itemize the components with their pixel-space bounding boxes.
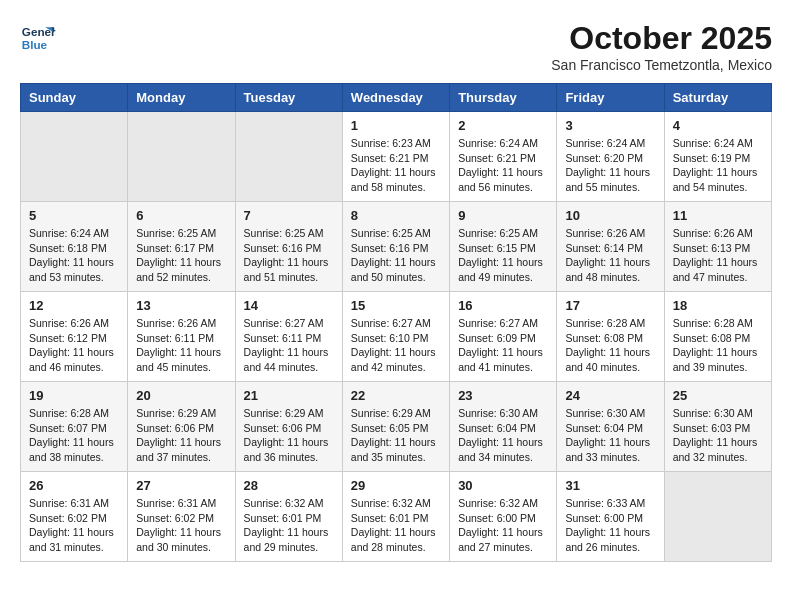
day-info: Sunrise: 6:25 AM Sunset: 6:15 PM Dayligh… bbox=[458, 226, 548, 285]
calendar-cell: 30Sunrise: 6:32 AM Sunset: 6:00 PM Dayli… bbox=[450, 472, 557, 562]
day-number: 2 bbox=[458, 118, 548, 133]
day-of-week-header: Saturday bbox=[664, 84, 771, 112]
calendar-cell: 10Sunrise: 6:26 AM Sunset: 6:14 PM Dayli… bbox=[557, 202, 664, 292]
day-info: Sunrise: 6:27 AM Sunset: 6:10 PM Dayligh… bbox=[351, 316, 441, 375]
calendar-week-row: 1Sunrise: 6:23 AM Sunset: 6:21 PM Daylig… bbox=[21, 112, 772, 202]
calendar-cell: 13Sunrise: 6:26 AM Sunset: 6:11 PM Dayli… bbox=[128, 292, 235, 382]
calendar-cell: 26Sunrise: 6:31 AM Sunset: 6:02 PM Dayli… bbox=[21, 472, 128, 562]
day-info: Sunrise: 6:29 AM Sunset: 6:05 PM Dayligh… bbox=[351, 406, 441, 465]
day-of-week-header: Thursday bbox=[450, 84, 557, 112]
calendar-cell: 6Sunrise: 6:25 AM Sunset: 6:17 PM Daylig… bbox=[128, 202, 235, 292]
calendar-cell: 19Sunrise: 6:28 AM Sunset: 6:07 PM Dayli… bbox=[21, 382, 128, 472]
day-of-week-header: Friday bbox=[557, 84, 664, 112]
svg-text:General: General bbox=[22, 25, 56, 38]
day-number: 24 bbox=[565, 388, 655, 403]
day-number: 8 bbox=[351, 208, 441, 223]
day-number: 5 bbox=[29, 208, 119, 223]
day-info: Sunrise: 6:26 AM Sunset: 6:12 PM Dayligh… bbox=[29, 316, 119, 375]
day-info: Sunrise: 6:23 AM Sunset: 6:21 PM Dayligh… bbox=[351, 136, 441, 195]
day-number: 29 bbox=[351, 478, 441, 493]
day-number: 26 bbox=[29, 478, 119, 493]
subtitle: San Francisco Temetzontla, Mexico bbox=[551, 57, 772, 73]
calendar-cell: 21Sunrise: 6:29 AM Sunset: 6:06 PM Dayli… bbox=[235, 382, 342, 472]
day-info: Sunrise: 6:26 AM Sunset: 6:13 PM Dayligh… bbox=[673, 226, 763, 285]
calendar-cell: 20Sunrise: 6:29 AM Sunset: 6:06 PM Dayli… bbox=[128, 382, 235, 472]
calendar-cell: 12Sunrise: 6:26 AM Sunset: 6:12 PM Dayli… bbox=[21, 292, 128, 382]
day-info: Sunrise: 6:24 AM Sunset: 6:21 PM Dayligh… bbox=[458, 136, 548, 195]
calendar-header-row: SundayMondayTuesdayWednesdayThursdayFrid… bbox=[21, 84, 772, 112]
day-info: Sunrise: 6:25 AM Sunset: 6:17 PM Dayligh… bbox=[136, 226, 226, 285]
calendar-cell: 4Sunrise: 6:24 AM Sunset: 6:19 PM Daylig… bbox=[664, 112, 771, 202]
day-of-week-header: Wednesday bbox=[342, 84, 449, 112]
day-of-week-header: Sunday bbox=[21, 84, 128, 112]
calendar-body: 1Sunrise: 6:23 AM Sunset: 6:21 PM Daylig… bbox=[21, 112, 772, 562]
day-info: Sunrise: 6:29 AM Sunset: 6:06 PM Dayligh… bbox=[136, 406, 226, 465]
day-number: 16 bbox=[458, 298, 548, 313]
day-number: 12 bbox=[29, 298, 119, 313]
day-number: 17 bbox=[565, 298, 655, 313]
calendar-cell bbox=[664, 472, 771, 562]
calendar-table: SundayMondayTuesdayWednesdayThursdayFrid… bbox=[20, 83, 772, 562]
calendar-cell: 18Sunrise: 6:28 AM Sunset: 6:08 PM Dayli… bbox=[664, 292, 771, 382]
day-info: Sunrise: 6:29 AM Sunset: 6:06 PM Dayligh… bbox=[244, 406, 334, 465]
day-number: 21 bbox=[244, 388, 334, 403]
calendar-cell: 27Sunrise: 6:31 AM Sunset: 6:02 PM Dayli… bbox=[128, 472, 235, 562]
day-info: Sunrise: 6:30 AM Sunset: 6:04 PM Dayligh… bbox=[458, 406, 548, 465]
day-number: 31 bbox=[565, 478, 655, 493]
header: General Blue October 2025 San Francisco … bbox=[20, 20, 772, 73]
day-info: Sunrise: 6:33 AM Sunset: 6:00 PM Dayligh… bbox=[565, 496, 655, 555]
day-number: 11 bbox=[673, 208, 763, 223]
day-of-week-header: Monday bbox=[128, 84, 235, 112]
calendar-cell: 22Sunrise: 6:29 AM Sunset: 6:05 PM Dayli… bbox=[342, 382, 449, 472]
calendar-cell: 7Sunrise: 6:25 AM Sunset: 6:16 PM Daylig… bbox=[235, 202, 342, 292]
day-number: 28 bbox=[244, 478, 334, 493]
logo: General Blue bbox=[20, 20, 56, 56]
calendar-week-row: 26Sunrise: 6:31 AM Sunset: 6:02 PM Dayli… bbox=[21, 472, 772, 562]
svg-text:Blue: Blue bbox=[22, 38, 48, 51]
day-number: 15 bbox=[351, 298, 441, 313]
day-info: Sunrise: 6:25 AM Sunset: 6:16 PM Dayligh… bbox=[244, 226, 334, 285]
calendar-cell: 29Sunrise: 6:32 AM Sunset: 6:01 PM Dayli… bbox=[342, 472, 449, 562]
day-number: 27 bbox=[136, 478, 226, 493]
day-info: Sunrise: 6:27 AM Sunset: 6:09 PM Dayligh… bbox=[458, 316, 548, 375]
calendar-cell: 9Sunrise: 6:25 AM Sunset: 6:15 PM Daylig… bbox=[450, 202, 557, 292]
day-info: Sunrise: 6:24 AM Sunset: 6:18 PM Dayligh… bbox=[29, 226, 119, 285]
day-number: 18 bbox=[673, 298, 763, 313]
calendar-cell: 24Sunrise: 6:30 AM Sunset: 6:04 PM Dayli… bbox=[557, 382, 664, 472]
day-info: Sunrise: 6:30 AM Sunset: 6:04 PM Dayligh… bbox=[565, 406, 655, 465]
calendar-cell bbox=[235, 112, 342, 202]
day-number: 14 bbox=[244, 298, 334, 313]
day-number: 23 bbox=[458, 388, 548, 403]
title-area: October 2025 San Francisco Temetzontla, … bbox=[551, 20, 772, 73]
day-info: Sunrise: 6:25 AM Sunset: 6:16 PM Dayligh… bbox=[351, 226, 441, 285]
calendar-cell: 8Sunrise: 6:25 AM Sunset: 6:16 PM Daylig… bbox=[342, 202, 449, 292]
day-number: 25 bbox=[673, 388, 763, 403]
calendar-cell: 1Sunrise: 6:23 AM Sunset: 6:21 PM Daylig… bbox=[342, 112, 449, 202]
day-info: Sunrise: 6:28 AM Sunset: 6:08 PM Dayligh… bbox=[565, 316, 655, 375]
day-info: Sunrise: 6:30 AM Sunset: 6:03 PM Dayligh… bbox=[673, 406, 763, 465]
calendar-cell: 14Sunrise: 6:27 AM Sunset: 6:11 PM Dayli… bbox=[235, 292, 342, 382]
day-number: 22 bbox=[351, 388, 441, 403]
day-info: Sunrise: 6:26 AM Sunset: 6:11 PM Dayligh… bbox=[136, 316, 226, 375]
day-number: 10 bbox=[565, 208, 655, 223]
day-number: 13 bbox=[136, 298, 226, 313]
day-number: 7 bbox=[244, 208, 334, 223]
day-info: Sunrise: 6:28 AM Sunset: 6:08 PM Dayligh… bbox=[673, 316, 763, 375]
calendar-cell: 23Sunrise: 6:30 AM Sunset: 6:04 PM Dayli… bbox=[450, 382, 557, 472]
day-number: 9 bbox=[458, 208, 548, 223]
day-number: 6 bbox=[136, 208, 226, 223]
calendar-cell: 2Sunrise: 6:24 AM Sunset: 6:21 PM Daylig… bbox=[450, 112, 557, 202]
calendar-cell: 17Sunrise: 6:28 AM Sunset: 6:08 PM Dayli… bbox=[557, 292, 664, 382]
day-info: Sunrise: 6:28 AM Sunset: 6:07 PM Dayligh… bbox=[29, 406, 119, 465]
calendar-cell: 28Sunrise: 6:32 AM Sunset: 6:01 PM Dayli… bbox=[235, 472, 342, 562]
day-info: Sunrise: 6:31 AM Sunset: 6:02 PM Dayligh… bbox=[136, 496, 226, 555]
day-number: 30 bbox=[458, 478, 548, 493]
calendar-cell: 25Sunrise: 6:30 AM Sunset: 6:03 PM Dayli… bbox=[664, 382, 771, 472]
day-info: Sunrise: 6:31 AM Sunset: 6:02 PM Dayligh… bbox=[29, 496, 119, 555]
day-number: 4 bbox=[673, 118, 763, 133]
calendar-week-row: 12Sunrise: 6:26 AM Sunset: 6:12 PM Dayli… bbox=[21, 292, 772, 382]
day-number: 19 bbox=[29, 388, 119, 403]
day-info: Sunrise: 6:24 AM Sunset: 6:20 PM Dayligh… bbox=[565, 136, 655, 195]
month-title: October 2025 bbox=[551, 20, 772, 57]
day-number: 1 bbox=[351, 118, 441, 133]
